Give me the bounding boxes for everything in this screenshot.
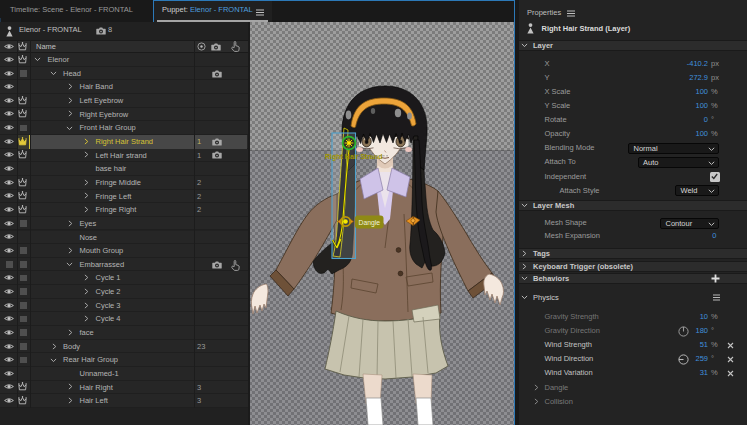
svg-text:Dangle: Dangle (359, 219, 381, 227)
svg-text:Right Hair Strand: Right Hair Strand (325, 153, 383, 161)
